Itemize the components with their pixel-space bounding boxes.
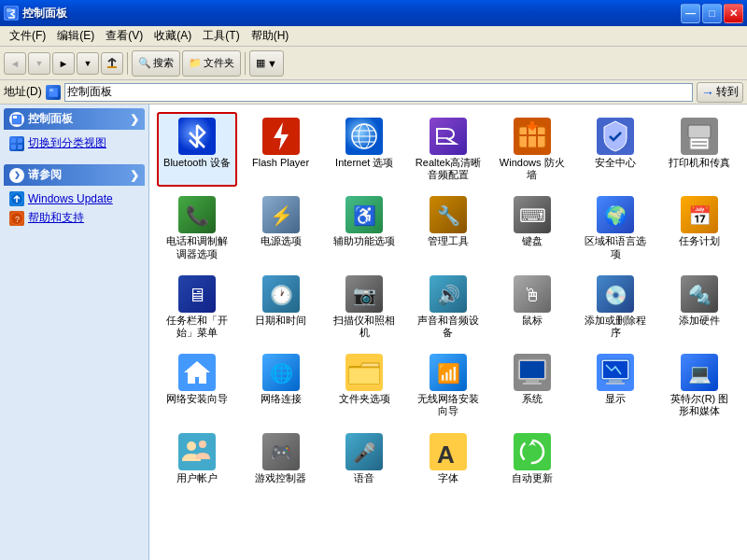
icon-item-firewall[interactable]: Windows 防火墙: [492, 112, 572, 187]
icon-item-access[interactable]: ♿ 辅助功能选项: [324, 190, 404, 265]
icon-item-flash[interactable]: Flash Player: [241, 112, 321, 187]
icon-label-firewall: Windows 防火墙: [499, 157, 566, 181]
icon-img-addremove: 💿: [597, 275, 634, 313]
svg-text:🕐: 🕐: [269, 284, 292, 306]
svg-rect-22: [430, 118, 467, 155]
icon-img-speech: 🎤: [345, 433, 383, 470]
icon-item-security[interactable]: 安全中心: [576, 112, 656, 187]
search-icon: 🔍: [138, 57, 151, 69]
icon-label-admin: 管理工具: [428, 235, 469, 247]
forward-arrow-small[interactable]: ▼: [77, 52, 99, 75]
folders-button[interactable]: 📁 文件夹: [182, 50, 241, 77]
icon-item-speech[interactable]: 🎤 语音: [324, 427, 404, 490]
forward-button[interactable]: ►: [52, 52, 75, 75]
minimize-button[interactable]: —: [681, 4, 700, 23]
menu-edit[interactable]: 编辑(E): [51, 26, 100, 46]
icon-img-addhw: 🔩: [681, 275, 718, 313]
svg-rect-71: [526, 380, 539, 383]
menu-file[interactable]: 文件(F): [4, 26, 51, 46]
sidebar-link-windows-update[interactable]: Windows Update: [7, 189, 141, 208]
icon-item-printer[interactable]: 打印机和传真: [659, 112, 740, 187]
icon-item-display[interactable]: 显示: [576, 348, 656, 423]
back-arrow-small[interactable]: ▼: [28, 52, 50, 75]
icon-item-network[interactable]: 网络安装向导: [157, 348, 237, 423]
icon-item-taskbar[interactable]: 🖥 任务栏和「开始」菜单: [157, 270, 237, 344]
icon-item-keyboard[interactable]: ⌨ 键盘: [492, 190, 572, 265]
icon-item-addhw[interactable]: 🔩 添加硬件: [659, 270, 740, 344]
menubar: 文件(F) 编辑(E) 查看(V) 收藏(A) 工具(T) 帮助(H): [0, 26, 747, 47]
icon-label-keyboard: 键盘: [522, 235, 543, 247]
svg-text:?: ?: [15, 215, 20, 224]
icon-item-phone[interactable]: 📞 电话和调制解调器选项: [157, 190, 237, 265]
back-button[interactable]: ◄: [4, 52, 26, 75]
icon-label-network: 网络安装向导: [166, 393, 228, 405]
menu-help[interactable]: 帮助(H): [246, 26, 295, 46]
sidebar-link-label-help: 帮助和支持: [28, 210, 84, 226]
toolbar: ◄ ▼ ► ▼ 🔍 搜索 📁 文件夹 ▦▼: [0, 47, 747, 80]
sidebar-header-control-panel[interactable]: 控制面板 ❯: [4, 108, 145, 130]
icon-item-power[interactable]: ⚡ 电源选项: [241, 190, 321, 265]
toolbar-separator-1: [127, 52, 128, 75]
svg-text:🌐: 🌐: [269, 362, 292, 385]
svg-rect-4: [49, 89, 53, 91]
svg-text:💿: 💿: [604, 284, 627, 306]
icon-item-sound[interactable]: 🔊 声音和音频设备: [408, 270, 488, 344]
svg-text:🎤: 🎤: [353, 441, 376, 464]
address-input[interactable]: 控制面板: [64, 83, 693, 102]
sidebar: 控制面板 ❯ 切换到分类视图 ❯ 请参阅: [0, 105, 149, 560]
sidebar-link-help[interactable]: ? 帮助和支持: [7, 208, 141, 228]
icon-item-scanner[interactable]: 📷 扫描仪和照相机: [324, 270, 404, 344]
icon-img-scanner: 📷: [345, 275, 383, 313]
titlebar-title: 控制面板: [22, 6, 681, 21]
svg-rect-31: [690, 138, 709, 149]
icon-item-games[interactable]: 🎮 游戏控制器: [241, 427, 321, 490]
icon-item-intel[interactable]: 💻 英特尔(R) 图形和媒体: [659, 348, 740, 423]
svg-rect-26: [527, 127, 529, 147]
icon-item-fonts[interactable]: A 字体: [408, 427, 488, 490]
icon-item-mouse[interactable]: 🖱 鼠标: [492, 270, 572, 344]
sidebar-header-see-also[interactable]: ❯ 请参阅 ❯: [4, 164, 145, 186]
icon-item-task[interactable]: 📅 任务计划: [659, 190, 740, 265]
address-label: 地址(D): [4, 84, 42, 100]
address-value: 控制面板: [67, 84, 112, 100]
icon-item-addremove[interactable]: 💿 添加或删除程序: [576, 270, 656, 344]
sidebar-link-label-wu: Windows Update: [28, 192, 113, 205]
go-button[interactable]: → 转到: [697, 82, 743, 103]
icon-item-system[interactable]: 系统: [492, 348, 572, 423]
sidebar-header-label-see-also: 请参阅: [28, 167, 62, 183]
icon-item-wireless[interactable]: 📶 无线网络安装向导: [408, 348, 488, 423]
icon-item-folder[interactable]: 文件夹选项: [324, 348, 404, 423]
icon-label-internet: Internet 选项: [335, 157, 393, 169]
icon-item-autoupdate[interactable]: 自动更新: [492, 427, 572, 490]
icon-label-netconn: 网络连接: [261, 393, 302, 405]
icon-item-netconn[interactable]: 🌐 网络连接: [241, 348, 321, 423]
icon-item-datetime[interactable]: 🕐 日期和时间: [241, 270, 321, 344]
search-button[interactable]: 🔍 搜索: [132, 50, 180, 77]
icon-item-region[interactable]: 🌍 区域和语言选项: [576, 190, 656, 265]
menu-tools[interactable]: 工具(T): [197, 26, 245, 46]
icon-item-bluetooth[interactable]: Bluetooth 设备: [157, 112, 237, 187]
icon-label-autoupdate: 自动更新: [512, 472, 553, 484]
icon-item-internet[interactable]: Internet 选项: [324, 112, 404, 187]
icon-item-admin[interactable]: 🔧 管理工具: [408, 190, 488, 265]
icon-img-display: [597, 354, 634, 391]
icon-img-region: 🌍: [597, 196, 634, 233]
maximize-button[interactable]: □: [702, 4, 722, 23]
svg-point-81: [187, 441, 196, 451]
folders-label: 文件夹: [204, 56, 234, 70]
icon-img-network: [178, 354, 216, 391]
up-button[interactable]: [101, 52, 123, 75]
main-area: 控制面板 ❯ 切换到分类视图 ❯ 请参阅: [0, 105, 747, 560]
views-button[interactable]: ▦▼: [249, 50, 284, 77]
svg-rect-89: [514, 433, 551, 470]
svg-text:📅: 📅: [688, 204, 712, 227]
close-button[interactable]: ✕: [724, 4, 743, 23]
sidebar-link-category-view[interactable]: 切换到分类视图: [7, 133, 141, 153]
icon-item-users[interactable]: 用户帐户: [157, 427, 237, 490]
menu-view[interactable]: 查看(V): [100, 26, 148, 46]
icon-item-realtek[interactable]: Realtek高清晰音频配置: [408, 112, 488, 187]
icon-img-task: 📅: [681, 196, 718, 233]
menu-favorites[interactable]: 收藏(A): [148, 26, 197, 46]
icon-label-security: 安全中心: [595, 157, 636, 169]
icon-label-printer: 打印机和传真: [669, 157, 730, 169]
